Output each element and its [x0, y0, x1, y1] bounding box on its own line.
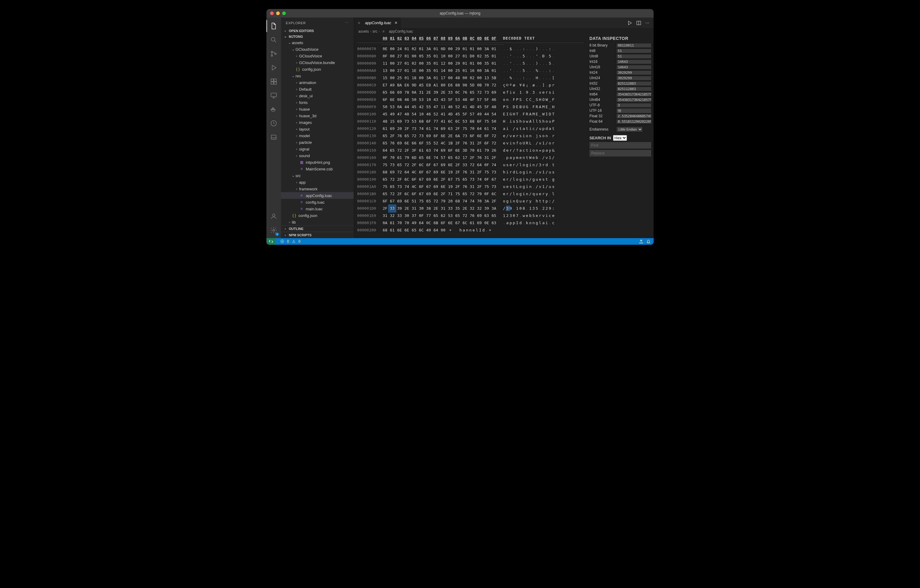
hex-row[interactable]: 000001A0756573744C6F67696E192F76312F7573… — [357, 183, 583, 191]
tree-item-huase_3d[interactable]: ›huase_3d — [281, 112, 353, 119]
tree-item-particle[interactable]: ›particle — [281, 139, 353, 145]
search-mode-select[interactable]: Hex — [613, 135, 627, 141]
inspector-row-uint64: UInt643543831736421857587 — [590, 97, 651, 102]
hex-editor[interactable]: 000102030405060708090A0B0C0D0E0F DECODED… — [353, 35, 587, 238]
tree-item-appconfig-luac[interactable]: ≡appConfig.luac — [281, 192, 353, 199]
notifications-icon[interactable] — [646, 239, 651, 244]
hex-row[interactable]: 000001D02F33392E3130382E3133352E3232393A… — [357, 205, 583, 212]
close-tab-icon[interactable]: ✕ — [394, 21, 398, 25]
hex-row[interactable]: 000001E031323330370F77656253657276696365… — [357, 212, 583, 220]
hex-row[interactable]: 000001104815697353686F77416C6C53686F7550… — [357, 118, 583, 125]
sidebar-more-icon[interactable]: ⋯ — [345, 21, 349, 25]
sidebar-header: EXPLORER ⋯ — [281, 18, 353, 28]
workspace-section[interactable]: ⌄MJTONG — [281, 34, 353, 39]
find-input[interactable] — [590, 142, 651, 149]
editor-more-icon[interactable]: ⋯ — [645, 21, 650, 25]
tree-item-sound[interactable]: ›sound — [281, 152, 353, 159]
hex-row[interactable]: 0000009011002701020035011200290101003501… — [357, 60, 583, 67]
hex-row[interactable]: 000001506465722F3F616374696F6E3D70617926… — [357, 147, 583, 154]
close-window-button[interactable] — [270, 11, 274, 15]
hex-row[interactable]: 00000130652F76657273696F6E2E6A736F6E0F72… — [357, 132, 583, 140]
hex-row[interactable]: 000000A0130027011E0035011400250116003A01… — [357, 67, 583, 74]
extensions-icon[interactable] — [266, 76, 281, 87]
tree-item-main-luac[interactable]: ≡main.luac — [281, 205, 353, 212]
svg-point-16 — [273, 229, 275, 231]
file-icon: { } — [292, 213, 297, 218]
explorer-icon[interactable] — [266, 20, 281, 32]
endianness-select[interactable]: Little Endian — [617, 127, 642, 132]
problems-status[interactable]: ⓧ0 ⚠0 — [280, 239, 300, 244]
tree-item-config-luac[interactable]: ≡config.luac — [281, 199, 353, 205]
tree-item-config-json[interactable]: { }config.json — [281, 212, 353, 219]
tree-item-mainscene-csb[interactable]: ≡MainScene.csb — [281, 166, 353, 172]
file-icon: ≡ — [299, 193, 304, 198]
tree-item-gcloudvoice-bundle[interactable]: ›GCloudVoice.bundle — [281, 59, 353, 66]
tree-item-layout[interactable]: ›layout — [281, 126, 353, 132]
tree-item-framework[interactable]: ›framework — [281, 186, 353, 192]
tree-item-gcloudvoice[interactable]: ⌄GCloudVoice — [281, 46, 353, 53]
warnings-icon: ⚠ — [292, 239, 295, 244]
hex-row[interactable]: 000001F00A61707049640C6B6F6E676C61690E63… — [357, 220, 583, 227]
tree-item-default[interactable]: ›Default — [281, 86, 353, 92]
tree-item-fonts[interactable]: ›fonts — [281, 99, 353, 106]
tree-item-model[interactable]: ›model — [281, 132, 353, 139]
file-icon: ≡ — [356, 21, 361, 25]
tree-item-app[interactable]: ›app — [281, 179, 353, 186]
tree-item-config-json[interactable]: { }config.json — [281, 66, 353, 73]
run-debug-icon[interactable] — [266, 61, 281, 74]
panel-icon[interactable] — [266, 131, 281, 143]
tree-item-res[interactable]: ⌄res — [281, 73, 353, 79]
hex-row[interactable]: 000000E06F6E084650531043435F53484F575F46… — [357, 96, 583, 103]
search-icon[interactable] — [266, 34, 281, 46]
svg-point-0 — [271, 37, 275, 41]
hex-row[interactable]: 000001600F7061796D656E74576562172F76312F… — [357, 154, 583, 162]
hex-row[interactable]: 000001B065722F6C6F67696E2F71756572790F6C… — [357, 191, 583, 198]
replace-input[interactable] — [590, 150, 651, 157]
timeline-icon[interactable] — [266, 117, 281, 129]
svg-rect-12 — [272, 108, 274, 108]
hex-row[interactable]: 000001004549474854104652414D455F57494454… — [357, 111, 583, 118]
hex-row[interactable]: 000000F050530A4445425547114652414D455F48… — [357, 103, 583, 111]
outline-section[interactable]: ›OUTLINE — [281, 225, 353, 232]
hex-row[interactable]: 000000D0656669780A312E392E330C7665727369… — [357, 89, 583, 96]
hex-row[interactable]: 00000170757365722F6C6F67696E2F3372640F74… — [357, 162, 583, 169]
tree-item-gcloudvoice[interactable]: ›GCloudVoice — [281, 53, 353, 59]
tree-item-lib[interactable]: ›lib — [281, 219, 353, 225]
editor-area: ≡ appConfig.luac ✕ ⋯ assets› src› ≡appCo… — [353, 18, 654, 238]
tree-item-src[interactable]: ⌄src — [281, 172, 353, 179]
remote-explorer-icon[interactable] — [266, 89, 281, 102]
hex-row[interactable]: 000000B01500250118003A01170048000200135B… — [357, 74, 583, 82]
hex-row[interactable]: 00000180686972644C6F67696E192F76312F7573… — [357, 169, 583, 176]
hex-row[interactable]: 0000019065722F6C6F67696E2F67756573740F67… — [357, 176, 583, 183]
hex-row[interactable]: 000001406576696E666F55524C1B2F76312F6F72… — [357, 140, 583, 147]
tree-item-animation[interactable]: ›animation — [281, 79, 353, 86]
hex-row[interactable]: 000001C06F67696E517565727920687474703A2F… — [357, 198, 583, 205]
docker-icon[interactable] — [266, 103, 281, 115]
inspector-row-uint16: UInt1614643 — [590, 65, 651, 70]
open-editors-section[interactable]: ›OPEN EDITORS — [281, 28, 353, 34]
minimize-window-button[interactable] — [276, 11, 280, 15]
hex-row[interactable]: 000000C0E7A9BAE69DA5E8A180E688985D0B7072… — [357, 82, 583, 89]
settings-gear-icon[interactable]: 1 — [266, 224, 281, 236]
remote-indicator[interactable] — [266, 238, 275, 245]
tree-item-desk_ui[interactable]: ›desk_ui — [281, 92, 353, 99]
hex-row[interactable]: 0000020068616E6E656C496400+hannelId.+ — [357, 227, 583, 234]
source-control-icon[interactable] — [266, 48, 281, 60]
tree-item-signal[interactable]: ›signal — [281, 145, 353, 152]
accounts-icon[interactable] — [266, 210, 281, 222]
inspector-row-uint24: UInt243029299 — [590, 75, 651, 81]
hex-row[interactable]: 000001206169202F7374617469632F7570646174… — [357, 125, 583, 132]
tree-item-huase[interactable]: ›huase — [281, 106, 353, 112]
feedback-icon[interactable] — [639, 239, 643, 244]
maximize-window-button[interactable] — [282, 11, 286, 15]
tree-item-intputhint-png[interactable]: ▦intputHint.png — [281, 159, 353, 166]
npm-scripts-section[interactable]: ›NPM SCRIPTS — [281, 232, 353, 238]
breadcrumb[interactable]: assets› src› ≡appConfig.luac — [353, 28, 654, 35]
hex-row[interactable]: 000000800F0027010005350110002701D0023501… — [357, 53, 583, 60]
tab-appconfig[interactable]: ≡ appConfig.luac ✕ — [353, 18, 401, 28]
split-editor-icon[interactable] — [636, 21, 641, 25]
tree-item-images[interactable]: ›images — [281, 119, 353, 126]
run-icon[interactable] — [627, 21, 632, 25]
tree-item-assets[interactable]: ⌄assets — [281, 39, 353, 46]
hex-row[interactable]: 000000700E00240102013A010D00290101003A01… — [357, 45, 583, 53]
